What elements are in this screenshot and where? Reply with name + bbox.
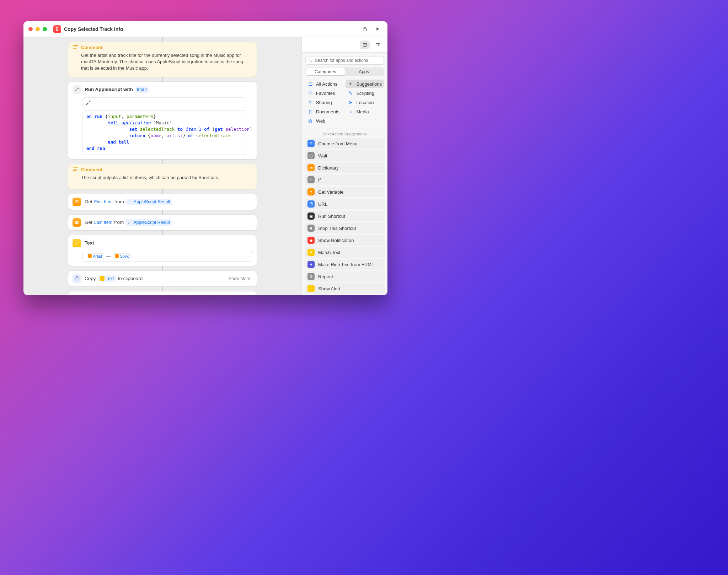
cat-suggestions[interactable]: ✦Suggestions [346,80,384,88]
suggestion-item[interactable]: AMatch Text [305,247,385,258]
richtext-icon: R [307,261,315,268]
get-first-item-action[interactable]: Get First Item from AppleScript Result [68,194,257,210]
input-token[interactable]: Input [135,86,149,93]
document-icon: ▯ [307,109,313,114]
suggestion-item[interactable]: RMake Rich Text from HTML [305,259,385,270]
search-input[interactable] [305,56,384,65]
list-icon: ☰ [307,81,313,87]
suggestion-item[interactable]: ■Stop This Shortcut [305,223,385,233]
list-item-icon [73,198,81,206]
text-editor[interactable]: Artist — Song [82,251,253,262]
shortcut-icon: ▣ [307,213,315,220]
source-token[interactable]: AppleScript Result [126,199,172,205]
book-icon: ▭ [307,164,315,171]
menu-icon: ☰ [307,140,315,147]
suggestion-item[interactable]: ⦿URL [305,199,385,209]
clock-icon: ◷ [307,152,315,159]
hammer-icon [86,100,91,106]
text-variable-token[interactable]: Text [98,275,116,282]
search-icon [308,58,312,64]
applescript-icon [73,85,81,94]
svg-point-22 [376,43,378,44]
library-toggle-button[interactable] [360,41,370,49]
cat-scripting[interactable]: ✎Scripting [346,89,384,97]
tab-categories[interactable]: Categories [306,68,345,75]
suggestion-item[interactable]: ◷Wait [305,150,385,161]
first-item-param[interactable]: First Item [94,199,113,204]
suggestion-item[interactable]: ☰Choose from Menu [305,138,385,149]
comment-body[interactable]: The script outputs a list of items, whic… [68,174,257,189]
alert-icon: ! [307,285,315,292]
stop-icon: ■ [307,225,315,232]
comment-lines-icon [73,45,78,50]
globe-icon: ◍ [307,118,313,124]
run-button[interactable] [373,25,382,34]
comment-action[interactable]: Comment Get the artist and track title f… [68,42,257,77]
svg-point-25 [309,59,311,61]
text-icon: A [307,249,315,256]
applescript-source[interactable]: on run {input, parameters} tell applicat… [82,110,246,155]
source-token[interactable]: AppleScript Result [125,219,172,226]
bell-icon [73,295,81,295]
zoom-button[interactable] [43,27,47,31]
tab-apps[interactable]: Apps [345,68,384,75]
suggestion-item[interactable]: ▣Run Shortcut [305,211,385,221]
library-tabs[interactable]: Categories Apps [305,68,384,76]
cat-favorites[interactable]: ♡Favorites [305,89,343,97]
cat-all-actions[interactable]: ☰All Actions [305,80,343,88]
clipboard-icon [73,274,81,283]
settings-toggle-button[interactable] [373,41,382,49]
bell-icon: ◆ [307,237,315,244]
cat-documents[interactable]: ▯Documents [305,107,343,116]
cat-location[interactable]: ➤Location [346,98,384,107]
sidebar-toolbar [302,37,387,53]
comment-body[interactable]: Get the artist and track title for the c… [68,52,257,77]
cat-sharing[interactable]: ⇧Sharing [305,98,343,107]
titlebar: Copy Selected Track Info [23,21,387,37]
suggestion-item[interactable]: ▭Dictionary [305,162,385,173]
location-icon: ➤ [348,100,353,105]
heart-icon: ♡ [307,90,313,96]
get-last-item-action[interactable]: Get Last Item from AppleScript Result [68,215,257,230]
workflow-canvas[interactable]: Comment Get the artist and track title f… [23,37,301,295]
comment-heading: Comment [81,45,102,50]
minimize-button[interactable] [36,27,40,31]
comment-lines-icon [73,167,78,172]
suggestions-heading: Next Action Suggestions [302,129,387,138]
cat-web[interactable]: ◍Web [305,117,343,125]
text-icon [73,239,81,247]
suggestion-item[interactable]: xGet Variable [305,187,385,197]
comment-action[interactable]: Comment The script outputs a list of ite… [68,164,257,189]
text-action[interactable]: Text Artist — Song [68,235,257,266]
cat-media[interactable]: ♪Media [346,107,384,116]
link-icon: ⦿ [307,200,315,208]
comment-heading: Comment [81,167,102,172]
artist-variable-token[interactable]: Artist [86,253,104,259]
suggestion-item[interactable]: ◆Show Notification [305,235,385,246]
suggestion-item[interactable]: !Show Alert [305,283,385,294]
svg-point-24 [378,45,379,46]
svg-point-1 [57,29,58,30]
run-applescript-action[interactable]: Run AppleScript with Input on run {input… [68,82,257,160]
last-item-param[interactable]: Last Item [94,220,112,225]
window-controls [28,27,47,31]
close-button[interactable] [28,27,33,31]
copy-to-clipboard-action[interactable]: Copy Text to clipboard Show More [68,271,257,286]
show-notification-action[interactable]: Show notification Copied: Text Show More [68,291,257,295]
song-variable-token[interactable]: Song [113,253,132,259]
shortcut-icon [53,25,61,33]
compile-button[interactable] [82,97,246,108]
suggestions-list[interactable]: ☰Choose from Menu ◷Wait ▭Dictionary ⑂If … [302,138,387,295]
share-button[interactable] [360,25,370,34]
variable-icon: x [307,188,315,195]
suggestion-item[interactable]: ⑂If [305,174,385,185]
repeat-icon: ⟳ [307,273,315,280]
share-icon: ⇧ [307,100,313,105]
suggestion-item[interactable]: ⟳Repeat [305,271,385,282]
show-more-button[interactable]: Show More [229,276,252,281]
list-item-icon [73,218,81,227]
music-note-icon: ♪ [348,109,353,114]
sparkle-icon: ✦ [348,81,353,87]
library-sidebar: Categories Apps ☰All Actions ✦Suggestion… [301,37,387,295]
wand-icon: ✎ [348,90,353,96]
